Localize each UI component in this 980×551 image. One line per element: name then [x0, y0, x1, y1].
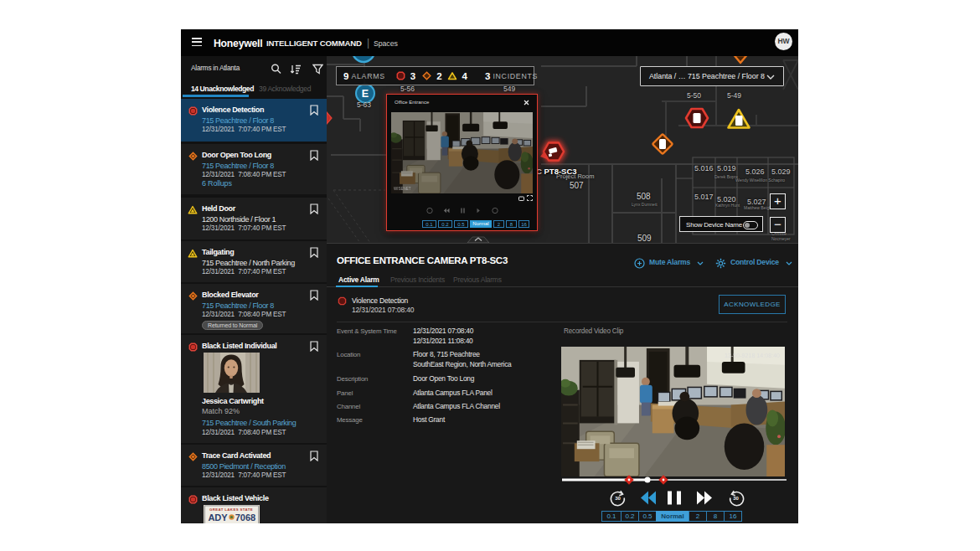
- svg-text:GREAT LAKES STATE: GREAT LAKES STATE: [209, 507, 253, 512]
- svg-text:30: 30: [733, 496, 739, 501]
- svg-text:7068: 7068: [235, 512, 255, 523]
- svg-text:E: E: [362, 88, 369, 100]
- svg-text:30: 30: [615, 496, 621, 501]
- svg-text:13-50-9218 14:08:40: 13-50-9218 14:08:40: [725, 353, 780, 359]
- svg-text:ADY: ADY: [208, 512, 228, 523]
